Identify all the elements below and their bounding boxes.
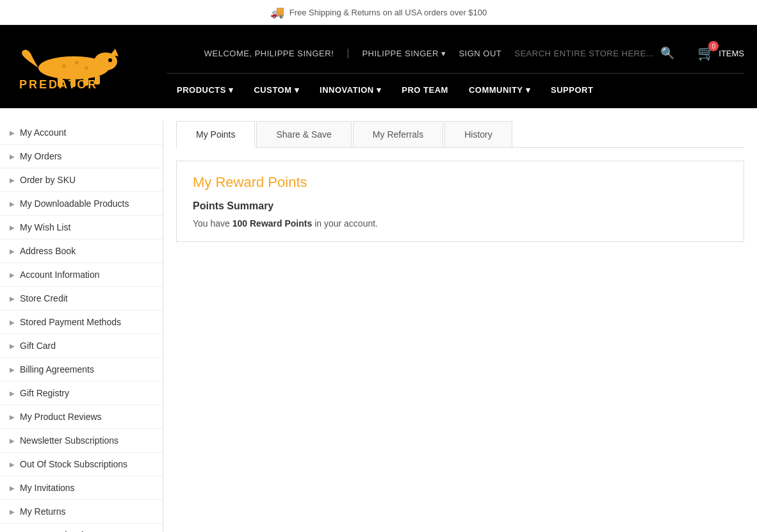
sidebar-item-downloadable-products[interactable]: ▶ My Downloadable Products — [0, 192, 163, 216]
header: PREDATOR WELCOME, PHILIPPE SINGER! | PHI… — [0, 25, 757, 108]
sidebar-item-label: My Orders — [20, 151, 61, 161]
sidebar-item-label: My Returns — [20, 506, 66, 517]
user-dropdown[interactable]: PHILIPPE SINGER ▾ — [362, 49, 446, 58]
sidebar-item-gift-registry[interactable]: ▶ Gift Registry — [0, 382, 163, 405]
chevron-down-icon: ▾ — [229, 85, 234, 95]
sidebar-item-store-credit[interactable]: ▶ Store Credit — [0, 287, 163, 310]
sidebar-item-label: Gift Card — [20, 341, 56, 351]
page-body: ▶ My Account ▶ My Orders ▶ Order by SKU … — [0, 108, 757, 532]
nav-community[interactable]: COMMUNITY ▾ — [459, 80, 541, 100]
predator-logo: PREDATOR — [13, 40, 141, 92]
chevron-down-icon: ▾ — [526, 85, 531, 95]
top-banner: 🚚 Free Shipping & Returns on all USA ord… — [0, 0, 757, 25]
header-top-bar: WELCOME, PHILIPPE SINGER! | PHILIPPE SIN… — [167, 33, 744, 74]
summary-suffix: in your account. — [312, 218, 378, 229]
svg-text:PREDATOR: PREDATOR — [19, 78, 98, 91]
sidebar-item-label: Billing Agreements — [20, 364, 94, 375]
chevron-down-icon: ▾ — [295, 85, 300, 95]
user-name: PHILIPPE SINGER — [362, 49, 438, 58]
svg-point-9 — [75, 61, 79, 65]
arrow-icon: ▶ — [10, 414, 15, 421]
cart-area[interactable]: 🛒 0 Items — [687, 40, 744, 67]
tab-history[interactable]: History — [444, 121, 512, 147]
arrow-icon: ▶ — [10, 295, 15, 302]
sidebar-item-label: Newsletter Subscriptions — [20, 435, 118, 446]
sidebar: ▶ My Account ▶ My Orders ▶ Order by SKU … — [0, 121, 163, 532]
banner-text: Free Shipping & Returns on all USA order… — [289, 8, 487, 17]
cart-badge: 0 — [708, 41, 719, 51]
nav-support[interactable]: SUPPORT — [541, 80, 603, 100]
sidebar-item-label: Order by SKU — [20, 175, 76, 185]
sidebar-item-label: My Invitations — [20, 483, 75, 493]
sidebar-item-newsletter-subscriptions[interactable]: ▶ Newsletter Subscriptions — [0, 429, 163, 453]
search-input[interactable] — [514, 49, 655, 58]
tab-my-referrals-label: My Referrals — [373, 129, 423, 140]
header-right: WELCOME, PHILIPPE SINGER! | PHILIPPE SIN… — [167, 33, 744, 100]
svg-point-10 — [85, 66, 88, 70]
chevron-down-icon: ▾ — [441, 49, 446, 58]
sidebar-item-stored-payment-methods[interactable]: ▶ Stored Payment Methods — [0, 310, 163, 334]
sidebar-item-label: Stored Payment Methods — [20, 317, 121, 327]
arrow-icon: ▶ — [10, 366, 15, 373]
nav-community-label: COMMUNITY — [469, 85, 523, 95]
arrow-icon: ▶ — [10, 200, 15, 207]
cart-items-label: Items — [719, 49, 744, 58]
arrow-icon: ▶ — [10, 508, 15, 515]
arrow-icon: ▶ — [10, 129, 15, 136]
tab-my-points[interactable]: My Points — [176, 121, 255, 148]
arrow-icon: ▶ — [10, 153, 15, 160]
sidebar-item-my-reward-points[interactable]: ▶ My Reward Points — [0, 524, 163, 532]
tab-share-save[interactable]: Share & Save — [256, 121, 351, 147]
sidebar-item-billing-agreements[interactable]: ▶ Billing Agreements — [0, 358, 163, 382]
reward-points-title: My Reward Points — [193, 174, 728, 191]
sidebar-item-label: My Product Reviews — [20, 412, 102, 422]
arrow-icon: ▶ — [10, 271, 15, 278]
svg-marker-2 — [110, 49, 118, 56]
tab-share-save-label: Share & Save — [276, 129, 331, 140]
search-button[interactable]: 🔍 — [660, 46, 674, 60]
nav-support-label: SUPPORT — [551, 85, 593, 95]
nav-products[interactable]: PRODUCTS ▾ — [167, 80, 243, 100]
sign-out-link[interactable]: SIGN OUT — [459, 49, 501, 58]
sidebar-item-address-book[interactable]: ▶ Address Book — [0, 239, 163, 263]
svg-point-7 — [108, 58, 112, 62]
chevron-down-icon: ▾ — [377, 85, 382, 95]
points-panel: My Reward Points Points Summary You have… — [176, 161, 744, 242]
sidebar-item-account-information[interactable]: ▶ Account Information — [0, 263, 163, 287]
nav-custom[interactable]: CUSTOM ▾ — [243, 80, 309, 100]
points-summary-text: You have 100 Reward Points in your accou… — [193, 218, 728, 229]
sidebar-item-label: My Account — [20, 127, 66, 138]
sidebar-item-wish-list[interactable]: ▶ My Wish List — [0, 216, 163, 239]
tab-my-referrals[interactable]: My Referrals — [353, 121, 443, 147]
summary-prefix: You have — [193, 218, 232, 229]
logo-area[interactable]: PREDATOR — [13, 40, 167, 93]
sidebar-item-label: Out Of Stock Subscriptions — [20, 459, 127, 469]
sidebar-item-label: My Wish List — [20, 222, 70, 232]
sidebar-item-label: Gift Registry — [20, 388, 69, 398]
arrow-icon: ▶ — [10, 461, 15, 468]
arrow-icon: ▶ — [10, 390, 15, 397]
nav-innovation[interactable]: INNOVATION ▾ — [309, 80, 391, 100]
nav-pro-team[interactable]: PRO TEAM — [391, 80, 459, 100]
sidebar-item-order-by-sku[interactable]: ▶ Order by SKU — [0, 168, 163, 192]
arrow-icon: ▶ — [10, 319, 15, 326]
arrow-icon: ▶ — [10, 437, 15, 444]
sidebar-item-my-orders[interactable]: ▶ My Orders — [0, 145, 163, 168]
sidebar-item-my-returns[interactable]: ▶ My Returns — [0, 500, 163, 524]
sidebar-item-my-account[interactable]: ▶ My Account — [0, 121, 163, 145]
truck-icon: 🚚 — [270, 5, 284, 19]
nav-pro-team-label: PRO TEAM — [402, 85, 448, 95]
sidebar-item-gift-card[interactable]: ▶ Gift Card — [0, 334, 163, 358]
arrow-icon: ▶ — [10, 248, 15, 255]
sidebar-item-my-invitations[interactable]: ▶ My Invitations — [0, 476, 163, 500]
points-value: 100 Reward Points — [232, 218, 313, 229]
welcome-text: WELCOME, PHILIPPE SINGER! — [204, 49, 334, 58]
sidebar-item-product-reviews[interactable]: ▶ My Product Reviews — [0, 405, 163, 429]
sidebar-item-out-of-stock-subscriptions[interactable]: ▶ Out Of Stock Subscriptions — [0, 453, 163, 476]
nav-innovation-label: INNOVATION — [320, 85, 374, 95]
divider-pipe: | — [346, 47, 349, 59]
sidebar-item-label: Address Book — [20, 246, 76, 256]
tabs: My Points Share & Save My Referrals Hist… — [176, 121, 744, 148]
arrow-icon: ▶ — [10, 177, 15, 184]
sidebar-item-label: Account Information — [20, 270, 100, 280]
